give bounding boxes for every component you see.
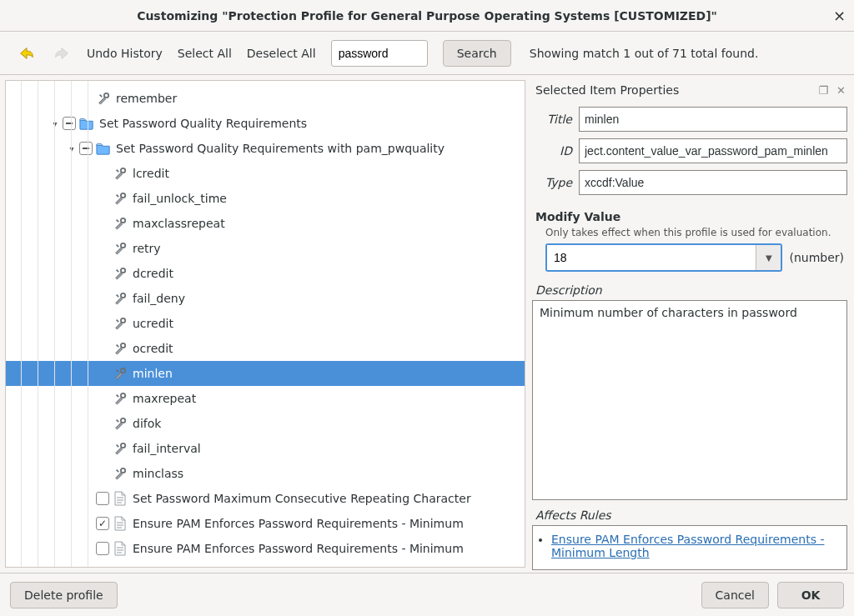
wrench-icon	[113, 366, 128, 381]
checkbox-placeholder	[96, 467, 109, 480]
tree-node[interactable]: fail_interval	[6, 436, 525, 461]
tree-node-label: remember	[116, 92, 177, 105]
tree-node[interactable]: remember	[6, 86, 525, 111]
tree-node[interactable]: retry	[6, 236, 525, 261]
tree-node[interactable]: lcredit	[6, 161, 525, 186]
checkbox-placeholder	[96, 417, 109, 430]
main-split: remember▾Set Password Quality Requiremen…	[0, 75, 854, 573]
affects-rules-box: Ensure PAM Enforces Password Requirement…	[532, 525, 847, 570]
tree-node[interactable]: Ensure PAM Enforces Password Requirement…	[6, 536, 525, 561]
delete-profile-button[interactable]: Delete profile	[10, 582, 118, 608]
modify-value-type: (number)	[789, 251, 844, 264]
tree-node[interactable]: fail_deny	[6, 286, 525, 311]
tree-node[interactable]: ocredit	[6, 336, 525, 361]
folder-icon	[79, 116, 94, 131]
wrench-icon	[113, 216, 128, 231]
tristate-checkbox[interactable]	[63, 117, 76, 130]
id-field-label: ID	[532, 144, 572, 158]
checkbox-placeholder	[96, 292, 109, 305]
close-props-icon[interactable]: ✕	[836, 84, 846, 97]
expander-icon[interactable]: ▾	[66, 144, 78, 153]
chevron-down-icon[interactable]: ▼	[756, 245, 781, 270]
expander-icon[interactable]: ▾	[49, 119, 61, 128]
search-status: Showing match 1 out of 71 total found.	[530, 47, 759, 60]
window-title: Customizing "Protection Profile for Gene…	[137, 9, 717, 23]
checkbox[interactable]	[96, 492, 109, 505]
close-icon[interactable]: ×	[833, 7, 846, 24]
search-button[interactable]: Search	[443, 40, 511, 67]
redo-icon[interactable]	[52, 43, 72, 63]
tree-node[interactable]: ▾Set Password Quality Requirements	[6, 111, 525, 136]
tree-node[interactable]: fail_unlock_time	[6, 186, 525, 211]
wrench-icon	[113, 291, 128, 306]
wrench-icon	[113, 266, 128, 281]
wrench-icon	[113, 391, 128, 406]
deselect-all-button[interactable]: Deselect All	[247, 47, 316, 60]
tree-node[interactable]: maxrepeat	[6, 386, 525, 411]
document-icon	[113, 516, 128, 531]
id-field[interactable]	[579, 138, 847, 163]
tree-node-label: minclass	[133, 467, 183, 480]
wrench-icon	[113, 341, 128, 356]
modify-value-label: Modify Value	[535, 210, 847, 223]
tree-node[interactable]: dcredit	[6, 261, 525, 286]
properties-pane: Selected Item Properties ❐ ✕ Title ID Ty…	[525, 75, 854, 573]
tree-node-label: Set Password Quality Requirements with p…	[116, 142, 445, 155]
document-icon	[113, 491, 128, 506]
checkbox-placeholder	[96, 317, 109, 330]
wrench-icon	[113, 441, 128, 456]
tree-node[interactable]: Ensure PAM Enforces Password Requirement…	[6, 511, 525, 536]
tristate-checkbox[interactable]	[79, 142, 93, 155]
checkbox-placeholder	[96, 342, 109, 355]
cancel-button[interactable]: Cancel	[701, 582, 769, 608]
search-input[interactable]	[331, 40, 428, 67]
type-field[interactable]	[579, 170, 847, 195]
tree-node-label: Set Password Maximum Consecutive Repeati…	[133, 492, 471, 505]
tree-node[interactable]: minlen	[6, 361, 525, 386]
wrench-icon	[113, 191, 128, 206]
tree-node-label: Ensure PAM Enforces Password Requirement…	[133, 517, 464, 530]
tree-node-label: maxclassrepeat	[133, 217, 225, 230]
tree-node-label: lcredit	[133, 167, 169, 180]
wrench-icon	[96, 91, 111, 106]
tree-node-label: ocredit	[133, 342, 173, 355]
description-label: Description	[535, 283, 847, 297]
tree-node-label: Ensure PAM Enforces Password Requirement…	[133, 542, 464, 555]
checkbox[interactable]	[96, 542, 109, 555]
toolbar: Undo History Select All Deselect All Sea…	[0, 32, 854, 75]
wrench-icon	[113, 316, 128, 331]
title-field[interactable]	[579, 107, 847, 132]
tree-node-label: retry	[133, 242, 161, 255]
checkbox[interactable]	[96, 517, 109, 530]
checkbox-placeholder	[96, 442, 109, 455]
tree-node-label: ucredit	[133, 317, 173, 330]
description-box[interactable]: Minimum number of characters in password	[532, 300, 847, 500]
undo-icon[interactable]	[17, 43, 37, 63]
tree-node-label: fail_unlock_time	[133, 192, 227, 205]
modify-value-combo[interactable]: ▼	[545, 243, 782, 272]
folder-icon	[96, 141, 111, 156]
tree-node[interactable]: ▾Set Password Quality Requirements with …	[6, 136, 525, 161]
tree-node[interactable]: ucredit	[6, 311, 525, 336]
tree-node-label: fail_deny	[133, 292, 185, 305]
tree-node-label: difok	[133, 417, 161, 430]
modify-value-input[interactable]	[547, 245, 756, 270]
props-header-title: Selected Item Properties	[535, 83, 679, 97]
checkbox-placeholder	[79, 92, 93, 105]
affects-rule-link[interactable]: Ensure PAM Enforces Password Requirement…	[551, 533, 824, 559]
tree-node[interactable]: minclass	[6, 461, 525, 486]
tree-node[interactable]: maxclassrepeat	[6, 211, 525, 236]
tree-node[interactable]: Set Password Maximum Consecutive Repeati…	[6, 486, 525, 511]
ok-button[interactable]: OK	[777, 582, 844, 608]
title-field-label: Title	[532, 113, 572, 126]
checkbox-placeholder	[96, 367, 109, 380]
checkbox-placeholder	[96, 267, 109, 280]
checkbox-placeholder	[96, 242, 109, 255]
tree-node-label: Set Password Quality Requirements	[99, 117, 307, 130]
checkbox-placeholder	[96, 392, 109, 405]
tree-pane[interactable]: remember▾Set Password Quality Requiremen…	[5, 80, 525, 568]
undo-history-button[interactable]: Undo History	[87, 47, 163, 60]
select-all-button[interactable]: Select All	[178, 47, 232, 60]
tree-node[interactable]: difok	[6, 411, 525, 436]
detach-icon[interactable]: ❐	[818, 84, 828, 97]
